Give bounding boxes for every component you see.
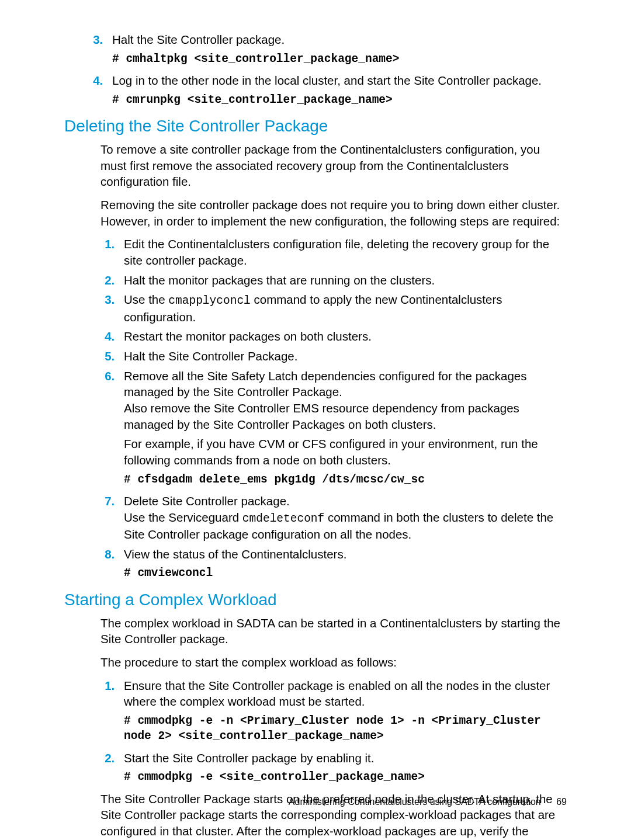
footer-text: Administering Continentalclusters using …	[289, 797, 541, 807]
command-line: # cmmodpkg -e -n <Primary_Cluster node 1…	[124, 713, 567, 744]
list-item-paragraph: For example, if you have CVM or CFS conf…	[124, 436, 567, 468]
list-item: Halt the monitor packages that are runni…	[118, 272, 567, 289]
list-item-text: Halt the Site Controller Package.	[124, 349, 297, 363]
list-item: Delete Site Controller package. Use the …	[118, 493, 567, 543]
list-item: Restart the monitor packages on both clu…	[118, 328, 567, 345]
list-item: Edit the Continentalclusters configurati…	[118, 236, 567, 268]
page-footer: Administering Continentalclusters using …	[289, 797, 567, 807]
list-item-text: Halt the monitor packages that are runni…	[124, 273, 435, 287]
list-item-text: Log in to the other node in the local cl…	[112, 74, 542, 87]
command-line: # cfsdgadm delete_ems pkg1dg /dts/mcsc/c…	[124, 472, 567, 487]
list-item-text: Ensure that the Site Controller package …	[124, 679, 550, 709]
intro-ordered-list: Halt the Site Controller package. # cmha…	[64, 32, 567, 107]
paragraph: The procedure to start the complex workl…	[100, 654, 567, 671]
list-item: View the status of the Continentalcluste…	[118, 546, 567, 581]
inline-code: cmdeleteconf	[242, 512, 324, 525]
list-item: Halt the Site Controller package. # cmha…	[106, 32, 567, 67]
inline-code: cmapplyconcl	[168, 294, 250, 307]
list-item: Start the Site Controller package by ena…	[118, 750, 567, 785]
paragraph: Removing the site controller package doe…	[100, 197, 567, 229]
section2-ordered-list: Ensure that the Site Controller package …	[100, 678, 567, 785]
section-heading-deleting: Deleting the Site Controller Package	[64, 117, 567, 136]
page-number: 69	[556, 797, 567, 807]
list-item: Ensure that the Site Controller package …	[118, 678, 567, 744]
command-line: # cmhaltpkg <site_controller_package_nam…	[112, 51, 567, 67]
list-item-text: Edit the Continentalclusters configurati…	[124, 237, 549, 267]
list-item-text: Delete Site Controller package.	[124, 494, 290, 508]
list-item: Halt the Site Controller Package.	[118, 348, 567, 365]
command-line: # cmrunpkg <site_controller_package_name…	[112, 92, 567, 107]
list-item-text: Restart the monitor packages on both clu…	[124, 329, 372, 343]
section-heading-starting: Starting a Complex Workload	[64, 591, 567, 609]
command-line: # cmviewconcl	[124, 565, 567, 581]
list-item: Log in to the other node in the local cl…	[106, 72, 567, 107]
list-item-text: View the status of the Continentalcluste…	[124, 547, 346, 561]
paragraph: The complex workload in SADTA can be sta…	[100, 615, 567, 647]
list-item-paragraph: Also remove the Site Controller EMS reso…	[124, 400, 567, 432]
list-item-text: Remove all the Site Safety Latch depende…	[124, 369, 526, 399]
text-prefix: Use the Serviceguard	[124, 511, 242, 524]
command-line: # cmmodpkg -e <site_controller_package_n…	[124, 769, 567, 785]
list-item: Use the cmapplyconcl command to apply th…	[118, 291, 567, 325]
list-item-paragraph: Use the Serviceguard cmdeleteconf comman…	[124, 509, 567, 543]
paragraph: To remove a site controller package from…	[100, 141, 567, 190]
section1-ordered-list: Edit the Continentalclusters configurati…	[100, 236, 567, 581]
list-item-text: Halt the Site Controller package.	[112, 33, 285, 46]
list-item: Remove all the Site Safety Latch depende…	[118, 368, 567, 487]
page: Halt the Site Controller package. # cmha…	[0, 0, 631, 840]
list-item-text: Start the Site Controller package by ena…	[124, 751, 374, 765]
section1-body: To remove a site controller package from…	[100, 141, 567, 581]
list-item-text-prefix: Use the	[124, 293, 168, 306]
